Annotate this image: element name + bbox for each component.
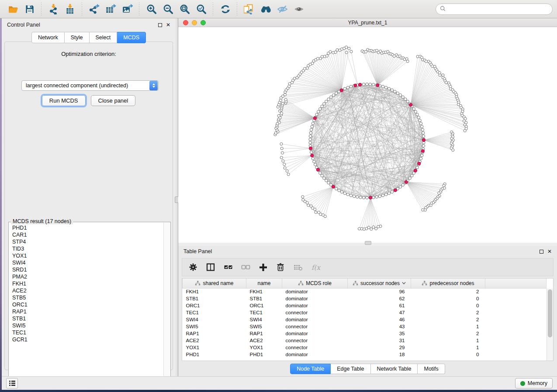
table-row[interactable]: SWI4SWI4dominator462 bbox=[183, 316, 547, 323]
cell-role[interactable]: dominator bbox=[282, 295, 348, 302]
cell-successors[interactable]: 29 bbox=[348, 344, 411, 351]
first-neighbors-button[interactable] bbox=[257, 1, 274, 17]
mcds-node-item[interactable]: TEC1 bbox=[12, 329, 163, 336]
optimization-criterion-dropdown[interactable]: largest connected component (undirected) bbox=[21, 80, 159, 91]
cell-name[interactable]: SWI4 bbox=[246, 316, 282, 323]
float-panel-icon[interactable] bbox=[540, 250, 543, 254]
cell-successors[interactable]: 35 bbox=[348, 330, 411, 337]
delete-column-button[interactable] bbox=[275, 261, 286, 273]
cell-successors[interactable]: 61 bbox=[348, 302, 411, 309]
cell-role[interactable]: dominator bbox=[282, 330, 348, 337]
cell-name[interactable]: YOX1 bbox=[246, 344, 282, 351]
cell-predecessors[interactable]: 2 bbox=[411, 288, 485, 295]
export-image-button[interactable] bbox=[119, 1, 135, 17]
mcds-node-item[interactable]: CAR1 bbox=[12, 231, 163, 238]
cell-role[interactable]: dominator bbox=[282, 351, 348, 358]
deselect-all-rows-button[interactable] bbox=[240, 261, 251, 273]
column-header-shared-name[interactable]: shared name bbox=[183, 279, 246, 288]
add-column-button[interactable] bbox=[257, 261, 269, 273]
cell-successors[interactable]: 46 bbox=[348, 316, 411, 323]
cell-successors[interactable]: 62 bbox=[348, 295, 411, 302]
mcds-node-item[interactable]: SWI5 bbox=[12, 322, 163, 329]
mcds-node-item[interactable]: YOX1 bbox=[12, 252, 163, 259]
cell-role[interactable]: connector bbox=[282, 344, 348, 351]
cell-name[interactable]: TEC1 bbox=[246, 309, 282, 316]
mcds-node-item[interactable]: GCR1 bbox=[12, 336, 163, 343]
cell-role[interactable]: dominator bbox=[282, 316, 348, 323]
cell-successors[interactable]: 47 bbox=[348, 309, 411, 316]
table-row[interactable]: TEC1TEC1connector472 bbox=[183, 309, 547, 316]
show-all-button[interactable] bbox=[291, 1, 307, 17]
zoom-in-button[interactable] bbox=[143, 1, 159, 17]
cell-predecessors[interactable]: 0 bbox=[411, 295, 485, 302]
float-panel-icon[interactable] bbox=[158, 23, 162, 27]
hide-selected-button[interactable] bbox=[274, 1, 291, 17]
cell-name[interactable]: FKH1 bbox=[246, 288, 282, 295]
cell-predecessors[interactable]: 0 bbox=[411, 351, 485, 358]
cell-role[interactable]: dominator bbox=[282, 288, 348, 295]
tab-select[interactable]: Select bbox=[90, 32, 118, 43]
cell-predecessors[interactable]: 2 bbox=[411, 316, 485, 323]
export-table-button[interactable] bbox=[102, 1, 119, 17]
mcds-node-item[interactable]: ACE2 bbox=[12, 287, 163, 294]
table-settings-button[interactable] bbox=[187, 261, 199, 273]
toggle-columns-button[interactable] bbox=[205, 261, 216, 273]
close-panel-icon[interactable]: ✕ bbox=[547, 249, 552, 254]
cell-successors[interactable]: 43 bbox=[348, 323, 411, 330]
mcds-node-item[interactable]: PMA2 bbox=[12, 273, 163, 280]
cell-shared_name[interactable]: SWI4 bbox=[183, 316, 246, 323]
import-network-button[interactable] bbox=[45, 1, 62, 17]
run-mcds-button[interactable]: Run MCDS bbox=[42, 95, 86, 106]
tab-edge-table[interactable]: Edge Table bbox=[331, 364, 370, 374]
close-panel-button[interactable]: Close panel bbox=[91, 95, 136, 106]
mcds-node-item[interactable]: FKH1 bbox=[12, 280, 163, 287]
table-row[interactable]: STB1STB1dominator620 bbox=[183, 295, 547, 302]
table-row[interactable]: YOX1YOX1connector291 bbox=[183, 344, 547, 351]
tab-style[interactable]: Style bbox=[65, 32, 90, 43]
table-row[interactable]: PHD1PHD1dominator180 bbox=[183, 351, 547, 358]
table-row[interactable]: FKH1FKH1dominator962 bbox=[183, 288, 547, 295]
cell-role[interactable]: connector bbox=[282, 309, 348, 316]
tab-node-table[interactable]: Node Table bbox=[290, 364, 331, 374]
select-all-rows-button[interactable] bbox=[222, 261, 234, 273]
task-history-button[interactable] bbox=[6, 378, 18, 389]
column-header-name[interactable]: name bbox=[246, 279, 282, 288]
network-window-titlebar[interactable]: YPA_prune.txt_1 bbox=[178, 18, 557, 27]
scrollbar-thumb[interactable] bbox=[548, 289, 552, 337]
mcds-node-item[interactable]: PHD1 bbox=[12, 224, 163, 231]
column-header-MCDS-role[interactable]: MCDS role bbox=[282, 279, 348, 288]
cell-shared_name[interactable]: FKH1 bbox=[183, 288, 246, 295]
mcds-node-item[interactable]: RAP1 bbox=[12, 308, 163, 315]
cell-shared_name[interactable]: STB1 bbox=[183, 295, 246, 302]
mcds-result-list[interactable]: PHD1CAR1STP4TID3YOX1SWI4SRD1PMA2FKH1ACE2… bbox=[9, 223, 163, 383]
cell-successors[interactable]: 18 bbox=[348, 351, 411, 358]
save-session-button[interactable] bbox=[21, 1, 38, 17]
refresh-button[interactable] bbox=[217, 1, 233, 17]
cell-predecessors[interactable]: 2 bbox=[411, 330, 485, 337]
mcds-node-item[interactable]: STP4 bbox=[12, 238, 163, 245]
cell-name[interactable]: PHD1 bbox=[246, 351, 282, 358]
search-box[interactable] bbox=[436, 3, 553, 15]
import-table-button[interactable] bbox=[62, 1, 78, 17]
mcds-node-item[interactable]: SWI4 bbox=[12, 259, 163, 266]
cell-shared_name[interactable]: TEC1 bbox=[183, 309, 246, 316]
cell-name[interactable]: SWI5 bbox=[246, 323, 282, 330]
cell-predecessors[interactable]: 1 bbox=[411, 323, 485, 330]
column-header-predecessor-nodes[interactable]: predecessor nodes bbox=[411, 279, 485, 288]
close-panel-icon[interactable]: ✕ bbox=[166, 22, 170, 28]
cell-successors[interactable]: 96 bbox=[348, 288, 411, 295]
cell-name[interactable]: STB1 bbox=[246, 295, 282, 302]
cell-predecessors[interactable]: 2 bbox=[411, 309, 485, 316]
mcds-node-item[interactable]: STB5 bbox=[12, 294, 163, 301]
table-scrollbar[interactable] bbox=[547, 289, 553, 361]
cell-predecessors[interactable]: 0 bbox=[411, 302, 485, 309]
cell-shared_name[interactable]: SWI5 bbox=[183, 323, 246, 330]
table-row[interactable]: ORC1ORC1dominator610 bbox=[183, 302, 547, 309]
duplicate-network-button[interactable] bbox=[241, 1, 257, 17]
open-file-button[interactable] bbox=[4, 1, 21, 17]
cell-shared_name[interactable]: ORC1 bbox=[183, 302, 246, 309]
splitter-grip[interactable] bbox=[365, 241, 371, 245]
cell-name[interactable]: ORC1 bbox=[246, 302, 282, 309]
cell-name[interactable]: RAP1 bbox=[246, 330, 282, 337]
cell-role[interactable]: connector bbox=[282, 323, 348, 330]
